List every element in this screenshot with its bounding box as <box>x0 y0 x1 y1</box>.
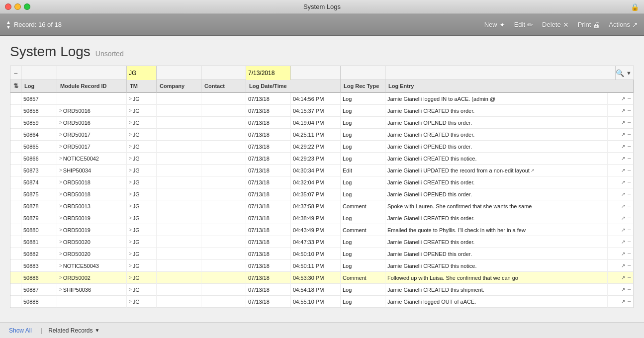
row-minus-icon[interactable]: − <box>627 250 631 257</box>
row-expand-icon[interactable]: ↗ <box>621 120 625 125</box>
modid-arrow[interactable]: > <box>59 263 62 268</box>
table-row[interactable]: 50873 >SHIP50034 >JG 07/13/18 04:30:34 P… <box>10 165 634 176</box>
table-row[interactable]: 50880 >ORD50019 >JG 07/13/18 04:43:49 PM… <box>10 224 634 236</box>
cell-actions[interactable]: ↗ − <box>608 105 634 117</box>
row-expand-icon[interactable]: ↗ <box>621 96 625 101</box>
col-header-entry[interactable]: Log Entry <box>385 80 634 92</box>
row-expand-icon[interactable]: ↗ <box>621 227 625 233</box>
modid-arrow[interactable]: > <box>59 168 62 173</box>
table-row[interactable]: 50883 >NOTICE50043 >JG 07/13/18 04:50:11… <box>10 260 634 272</box>
cell-modid[interactable]: >ORD50013 <box>57 200 127 212</box>
cell-actions[interactable]: ↗ − <box>608 93 634 105</box>
edit-button[interactable]: Edit ✏ <box>514 21 533 29</box>
cell-modid[interactable]: >SHIP50036 <box>57 284 127 296</box>
new-button[interactable]: New ✦ <box>484 21 505 29</box>
row-minus-icon[interactable]: − <box>627 155 631 162</box>
filter-dropdown-icon[interactable]: ▼ <box>626 70 632 76</box>
cell-modid[interactable]: >ORD50018 <box>57 176 127 188</box>
filter-entry[interactable] <box>385 66 616 80</box>
row-expand-icon[interactable]: ↗ <box>621 215 625 221</box>
filter-log-input[interactable] <box>23 70 55 77</box>
col-header-tm[interactable]: TM <box>127 80 157 92</box>
modid-arrow[interactable]: > <box>59 239 62 245</box>
filter-tm-input[interactable]: JG <box>129 70 154 77</box>
modid-arrow[interactable]: > <box>59 227 62 233</box>
cell-modid[interactable]: >ORD50020 <box>57 248 127 260</box>
row-minus-icon[interactable]: − <box>627 274 631 281</box>
cell-modid[interactable]: >NOTICE50042 <box>57 153 127 165</box>
cell-actions[interactable]: ↗ − <box>608 200 634 212</box>
table-row[interactable]: 50886 >ORD50002 >JG 07/13/18 04:53:30 PM… <box>10 272 634 284</box>
show-all-button[interactable]: Show All <box>6 326 35 335</box>
row-minus-icon[interactable]: − <box>627 286 631 293</box>
filter-rectype-input[interactable] <box>343 70 383 77</box>
cell-actions[interactable]: ↗ − <box>608 284 634 296</box>
cell-actions[interactable]: ↗ − <box>608 248 634 260</box>
cell-actions[interactable]: ↗ − <box>608 212 634 224</box>
row-minus-icon[interactable]: − <box>627 143 631 150</box>
actions-button[interactable]: Actions ↗ <box>609 21 638 29</box>
modid-arrow[interactable]: > <box>59 287 62 292</box>
cell-actions[interactable]: ↗ − <box>608 272 634 284</box>
related-records-button[interactable]: Related Records ▼ <box>48 327 99 334</box>
filter-modid[interactable] <box>57 66 127 80</box>
table-row[interactable]: 50859 >ORD50016 >JG 07/13/18 04:19:04 PM… <box>10 117 634 129</box>
filter-tm[interactable]: JG <box>127 66 157 80</box>
table-row[interactable]: 50857 >JG 07/13/18 04:14:56 PM Log Jamie… <box>10 93 634 105</box>
filter-entry-input[interactable] <box>387 70 613 77</box>
cell-modid[interactable]: >ORD50019 <box>57 224 127 236</box>
row-expand-icon[interactable]: ↗ <box>621 191 625 197</box>
modid-arrow[interactable]: > <box>59 275 62 280</box>
filter-search[interactable]: 🔍 ▼ <box>616 69 634 77</box>
cell-modid[interactable]: >ORD50019 <box>57 212 127 224</box>
col-header-datetime[interactable]: Log Date/Time <box>246 80 341 92</box>
row-minus-icon[interactable]: − <box>627 298 631 305</box>
modid-arrow[interactable]: > <box>59 156 62 161</box>
filter-time-input[interactable] <box>293 70 338 77</box>
modid-arrow[interactable]: > <box>59 179 62 185</box>
print-button[interactable]: Print 🖨 <box>578 21 600 29</box>
expand-icon[interactable]: ↗ <box>531 168 535 173</box>
cell-modid[interactable]: >ORD50018 <box>57 188 127 200</box>
row-expand-icon[interactable]: ↗ <box>621 168 625 173</box>
row-expand-icon[interactable]: ↗ <box>621 251 625 256</box>
row-expand-icon[interactable]: ↗ <box>621 132 625 137</box>
filter-remove[interactable]: − <box>10 66 21 80</box>
row-minus-icon[interactable]: − <box>627 119 631 126</box>
row-expand-icon[interactable]: ↗ <box>621 203 625 209</box>
filter-modid-input[interactable] <box>59 70 124 77</box>
cell-actions[interactable]: ↗ − <box>608 296 634 308</box>
modid-arrow[interactable]: > <box>59 144 62 149</box>
row-expand-icon[interactable]: ↗ <box>621 179 625 185</box>
cell-actions[interactable]: ↗ − <box>608 117 634 129</box>
row-minus-icon[interactable]: − <box>627 262 631 269</box>
close-button[interactable] <box>5 3 11 10</box>
delete-button[interactable]: Delete ✕ <box>542 21 569 29</box>
row-minus-icon[interactable]: − <box>627 95 631 102</box>
window-controls[interactable] <box>5 3 30 10</box>
row-minus-icon[interactable]: − <box>627 190 631 198</box>
filter-date-input[interactable]: 7/13/2018 <box>248 70 288 77</box>
row-expand-icon[interactable]: ↗ <box>621 275 625 280</box>
cell-actions[interactable]: ↗ − <box>608 153 634 165</box>
row-expand-icon[interactable]: ↗ <box>621 263 625 268</box>
row-expand-icon[interactable]: ↗ <box>621 239 625 245</box>
modid-arrow[interactable]: > <box>59 132 62 137</box>
col-header-contact[interactable]: Contact <box>201 80 246 92</box>
filter-rectype[interactable] <box>341 66 385 80</box>
table-row[interactable]: 50864 >ORD50017 >JG 07/13/18 04:25:11 PM… <box>10 129 634 141</box>
row-minus-icon[interactable]: − <box>627 214 631 222</box>
table-row[interactable]: 50878 >ORD50013 >JG 07/13/18 04:37:58 PM… <box>10 200 634 212</box>
record-nav[interactable]: ▲ ▼ Record: 16 of 18 <box>6 20 62 30</box>
cell-actions[interactable]: ↗ − <box>608 165 634 176</box>
table-row[interactable]: 50865 >ORD50017 >JG 07/13/18 04:29:22 PM… <box>10 141 634 153</box>
cell-actions[interactable]: ↗ − <box>608 188 634 200</box>
row-minus-icon[interactable]: − <box>627 238 631 246</box>
cell-modid[interactable]: >ORD50017 <box>57 129 127 141</box>
row-minus-icon[interactable]: − <box>627 167 631 174</box>
cell-modid[interactable]: >SHIP50034 <box>57 165 127 176</box>
cell-modid[interactable]: >ORD50016 <box>57 105 127 117</box>
filter-time[interactable] <box>291 66 341 80</box>
cell-actions[interactable]: ↗ − <box>608 260 634 272</box>
record-arrows[interactable]: ▲ ▼ <box>6 20 11 30</box>
